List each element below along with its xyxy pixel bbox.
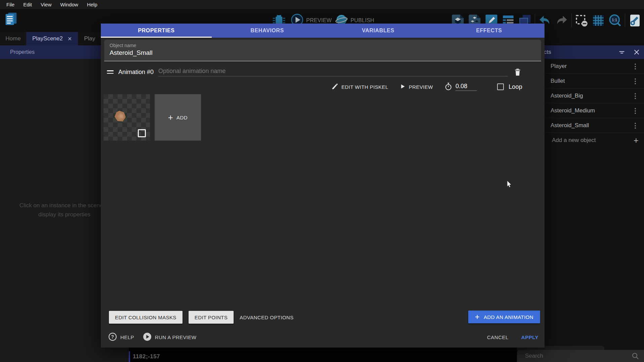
object-menu-kebab-icon[interactable]: ⋮ (632, 77, 644, 85)
preview-animation-label: PREVIEW (409, 84, 433, 90)
edit-collision-masks-button[interactable]: EDIT COLLISION MASKS (109, 311, 183, 324)
plus-icon: + (634, 135, 644, 146)
edit-points-button[interactable]: EDIT POINTS (189, 311, 234, 324)
loop-toggle: Loop (497, 83, 522, 90)
preview-animation-button[interactable]: PREVIEW (400, 83, 433, 90)
plus-icon: + (475, 313, 480, 321)
filter-icon[interactable] (614, 48, 629, 56)
publish-label: PUBLISH (351, 17, 374, 24)
tab-effects[interactable]: EFFECTS (434, 24, 545, 38)
loop-checkbox[interactable] (497, 83, 504, 90)
object-menu-kebab-icon[interactable]: ⋮ (632, 62, 644, 70)
tab-playscene2-label: PlayScene2 (32, 35, 63, 42)
help-button[interactable]: ? HELP (108, 332, 134, 342)
tab-home[interactable]: Home (0, 32, 26, 45)
edit-with-piskel-button[interactable]: EDIT WITH PISKEL (331, 83, 388, 91)
help-label: HELP (120, 334, 134, 340)
cancel-button[interactable]: CANCEL (487, 334, 509, 340)
toolbar-divider (625, 14, 625, 27)
object-menu-kebab-icon[interactable]: ⋮ (632, 92, 644, 100)
frame-thumbnail[interactable] (104, 94, 150, 141)
advanced-options-button[interactable]: ADVANCED OPTIONS (240, 315, 293, 320)
run-a-preview-button[interactable]: RUN A PREVIEW (143, 332, 197, 342)
deselect-icon[interactable] (573, 12, 590, 29)
menu-bar: File Edit View Window Help (0, 0, 644, 9)
trash-icon (513, 67, 522, 77)
animation-frames-row: + ADD (104, 94, 201, 141)
preview-label: PREVIEW (306, 17, 332, 24)
time-between-frames-input[interactable] (455, 83, 477, 91)
add-an-animation-label: ADD AN ANIMATION (484, 314, 533, 320)
add-an-animation-button[interactable]: + ADD AN ANIMATION (468, 311, 540, 323)
menu-file[interactable]: File (2, 0, 19, 9)
svg-text:1:1: 1:1 (612, 18, 617, 22)
cursor-coordinates-bar: 1182;-157 (129, 351, 517, 362)
tab-playscene2[interactable]: PlayScene2 ✕ (26, 32, 78, 45)
help-icon: ? (108, 332, 117, 342)
drag-handle-icon[interactable] (107, 70, 114, 74)
redo-icon[interactable] (553, 12, 570, 29)
object-name-input[interactable] (110, 49, 533, 57)
scene-tools-wrench-icon[interactable] (627, 12, 643, 29)
menu-edit[interactable]: Edit (19, 0, 36, 9)
cursor-coordinates: 1182;-157 (130, 353, 160, 360)
tab-variables[interactable]: VARIABLES (323, 24, 434, 38)
frame-select-checkbox[interactable] (138, 129, 146, 137)
toolbar-divider (571, 14, 572, 27)
animation-name-input[interactable] (158, 68, 508, 76)
tab-close-icon[interactable]: ✕ (68, 36, 72, 42)
menu-window[interactable]: Window (56, 0, 82, 9)
animation-title: Animation #0 (118, 69, 154, 76)
plus-icon: + (168, 113, 173, 122)
apply-button[interactable]: APPLY (521, 334, 538, 340)
object-menu-kebab-icon[interactable]: ⋮ (632, 121, 644, 130)
object-name-field-label: Object name (104, 40, 541, 48)
menu-help[interactable]: Help (83, 0, 102, 9)
menu-view[interactable]: View (36, 0, 56, 9)
add-frame-label: ADD (176, 115, 188, 120)
gdevelop-app: File Edit View Window Help PREVIEW (0, 0, 644, 362)
grid-icon[interactable] (590, 12, 607, 29)
run-a-preview-label: RUN A PREVIEW (155, 334, 197, 340)
close-panel-icon[interactable] (629, 48, 644, 56)
time-between-frames-field (444, 82, 477, 92)
dialog-footer-row: ? HELP RUN A PREVIEW CANCEL APPLY (101, 330, 545, 344)
tab-properties[interactable]: PROPERTIES (101, 24, 212, 38)
play-icon (400, 83, 406, 90)
brush-icon (331, 83, 338, 91)
edit-with-piskel-label: EDIT WITH PISKEL (341, 84, 388, 90)
object-editor-dialog: PROPERTIES BEHAVIORS VARIABLES EFFECTS O… (101, 24, 545, 348)
dialog-tab-bar: PROPERTIES BEHAVIORS VARIABLES EFFECTS (101, 24, 545, 38)
svg-text:?: ? (111, 334, 114, 339)
delete-animation-button[interactable] (513, 67, 522, 77)
search-input[interactable] (517, 353, 631, 359)
object-menu-kebab-icon[interactable]: ⋮ (632, 107, 644, 115)
project-manager-icon[interactable] (3, 11, 19, 26)
tab-play-next[interactable]: Play (78, 32, 101, 45)
stopwatch-icon (444, 82, 452, 92)
dialog-actions-row: EDIT COLLISION MASKS EDIT POINTS ADVANCE… (101, 311, 545, 324)
zoom-1-1-icon[interactable]: 1:1 (607, 12, 623, 29)
tab-behaviors[interactable]: BEHAVIORS (212, 24, 323, 38)
animation-controls-row: EDIT WITH PISKEL PREVIEW Loop (101, 80, 522, 94)
mouse-cursor (507, 180, 513, 189)
search-icon (631, 352, 644, 360)
run-preview-icon (143, 332, 152, 342)
animation-header-row: Animation #0 (101, 65, 545, 79)
add-frame-button[interactable]: + ADD (155, 94, 201, 141)
search-bar (517, 350, 644, 362)
object-name-field: Object name (104, 40, 541, 61)
loop-label: Loop (509, 83, 522, 90)
